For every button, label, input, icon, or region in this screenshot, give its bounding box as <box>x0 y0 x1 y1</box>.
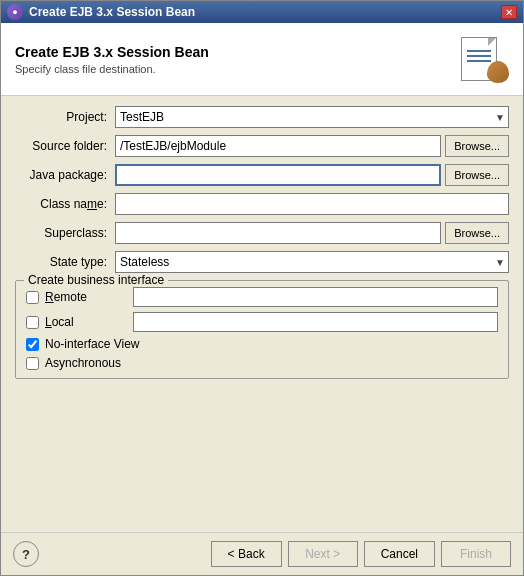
project-select[interactable]: TestEJB <box>115 106 509 128</box>
no-interface-checkbox[interactable] <box>26 338 39 351</box>
superclass-label: Superclass: <box>15 226 115 240</box>
remote-input[interactable] <box>133 287 498 307</box>
header-area: Create EJB 3.x Session Bean Specify clas… <box>1 23 523 96</box>
project-row: Project: TestEJB ▼ <box>15 106 509 128</box>
state-type-row: State type: Stateless Stateful Singleton… <box>15 251 509 273</box>
help-button[interactable]: ? <box>13 541 39 567</box>
header-title: Create EJB 3.x Session Bean <box>15 44 209 60</box>
remote-label: Remote <box>45 290 125 304</box>
footer-buttons: < Back Next > Cancel Finish <box>211 541 511 567</box>
doc-line <box>467 60 491 62</box>
source-folder-input[interactable] <box>115 135 441 157</box>
async-row: Asynchronous <box>26 356 498 370</box>
source-folder-label: Source folder: <box>15 139 115 153</box>
local-row: Local <box>26 312 498 332</box>
source-folder-row: Source folder: Browse... <box>15 135 509 157</box>
state-type-label: State type: <box>15 255 115 269</box>
business-interface-group: Create business interface Remote Local N <box>15 280 509 379</box>
title-bar: ● Create EJB 3.x Session Bean ✕ <box>1 1 523 23</box>
local-input[interactable] <box>133 312 498 332</box>
project-label: Project: <box>15 110 115 124</box>
async-label: Asynchronous <box>45 356 125 370</box>
superclass-browse-button[interactable]: Browse... <box>445 222 509 244</box>
dialog-content: Create EJB 3.x Session Bean Specify clas… <box>1 23 523 575</box>
form-area: Project: TestEJB ▼ Source folder: Browse… <box>1 96 523 532</box>
bean-icon <box>487 61 509 83</box>
close-button[interactable]: ✕ <box>501 5 517 19</box>
class-name-row: Class name: <box>15 193 509 215</box>
finish-button[interactable]: Finish <box>441 541 511 567</box>
back-button[interactable]: < Back <box>211 541 282 567</box>
java-package-input[interactable] <box>115 164 441 186</box>
superclass-row: Superclass: Browse... <box>15 222 509 244</box>
project-select-wrapper: TestEJB ▼ <box>115 106 509 128</box>
no-interface-row: No-interface View <box>26 337 498 351</box>
footer: ? < Back Next > Cancel Finish <box>1 532 523 575</box>
header-icon <box>461 35 509 83</box>
group-box-label: Create business interface <box>24 273 168 287</box>
doc-line <box>467 50 491 52</box>
header-text: Create EJB 3.x Session Bean Specify clas… <box>15 44 209 75</box>
no-interface-label: No-interface View <box>45 337 140 351</box>
java-package-label: Java package: <box>15 168 115 182</box>
header-subtitle: Specify class file destination. <box>15 63 209 75</box>
state-type-select-wrapper: Stateless Stateful Singleton ▼ <box>115 251 509 273</box>
java-package-row: Java package: Browse... <box>15 164 509 186</box>
dialog-window: ● Create EJB 3.x Session Bean ✕ Create E… <box>0 0 524 576</box>
state-type-select[interactable]: Stateless Stateful Singleton <box>115 251 509 273</box>
window-title: Create EJB 3.x Session Bean <box>29 5 195 19</box>
app-icon: ● <box>7 4 23 20</box>
class-name-label: Class name: <box>15 197 115 211</box>
source-folder-browse-button[interactable]: Browse... <box>445 135 509 157</box>
java-package-browse-button[interactable]: Browse... <box>445 164 509 186</box>
async-checkbox[interactable] <box>26 357 39 370</box>
local-checkbox[interactable] <box>26 316 39 329</box>
remote-checkbox[interactable] <box>26 291 39 304</box>
class-name-input[interactable] <box>115 193 509 215</box>
cancel-button[interactable]: Cancel <box>364 541 435 567</box>
superclass-input[interactable] <box>115 222 441 244</box>
doc-lines <box>467 50 491 65</box>
remote-row: Remote <box>26 287 498 307</box>
next-button[interactable]: Next > <box>288 541 358 567</box>
local-label: Local <box>45 315 125 329</box>
title-bar-left: ● Create EJB 3.x Session Bean <box>7 4 195 20</box>
doc-line <box>467 55 491 57</box>
